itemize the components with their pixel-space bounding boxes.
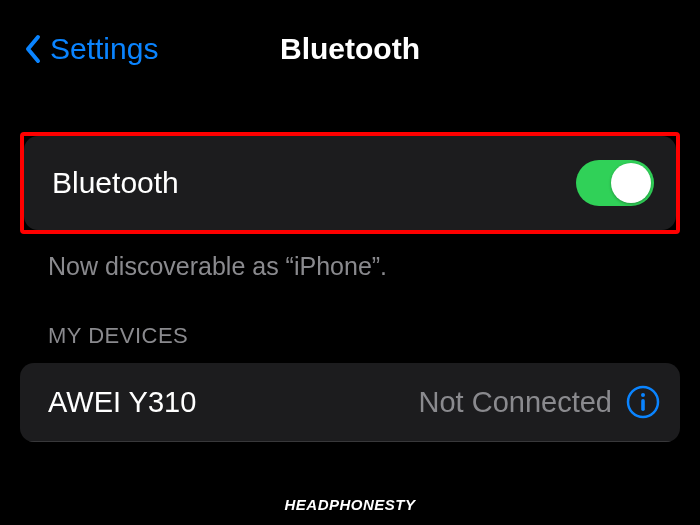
- watermark: HEADPHONESTY: [284, 496, 415, 513]
- page-title: Bluetooth: [280, 32, 420, 66]
- device-status: Not Connected: [419, 386, 612, 419]
- svg-rect-2: [641, 399, 645, 411]
- chevron-left-icon: [24, 34, 42, 64]
- bluetooth-toggle[interactable]: [576, 160, 654, 206]
- discoverable-status: Now discoverable as “iPhone”.: [20, 234, 680, 281]
- device-name: AWEI Y310: [48, 386, 196, 419]
- device-row-right: Not Connected: [419, 385, 660, 419]
- highlight-annotation: Bluetooth: [20, 132, 680, 234]
- header: Settings Bluetooth: [0, 0, 700, 84]
- bluetooth-setting-row[interactable]: Bluetooth: [24, 136, 676, 230]
- content-area: Bluetooth Now discoverable as “iPhone”. …: [0, 84, 700, 442]
- back-button[interactable]: Settings: [24, 32, 158, 66]
- back-label: Settings: [50, 32, 158, 66]
- my-devices-header: MY DEVICES: [20, 281, 680, 363]
- info-icon[interactable]: [626, 385, 660, 419]
- bluetooth-label: Bluetooth: [52, 166, 179, 200]
- toggle-knob: [611, 163, 651, 203]
- device-list: AWEI Y310 Not Connected: [20, 363, 680, 442]
- device-row[interactable]: AWEI Y310 Not Connected: [20, 363, 680, 442]
- svg-point-1: [641, 393, 645, 397]
